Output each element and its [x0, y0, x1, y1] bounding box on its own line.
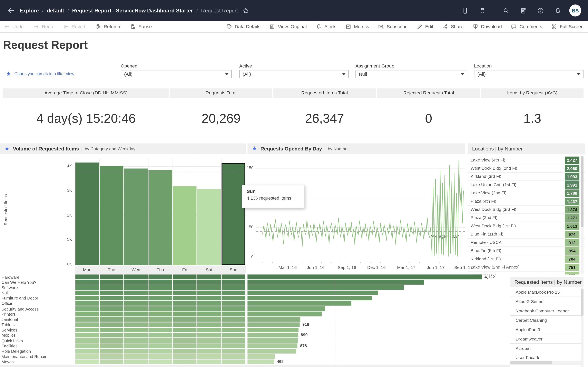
matrix-cell[interactable]	[222, 322, 245, 327]
matrix-cell[interactable]	[75, 338, 99, 343]
bar-fri[interactable]	[173, 186, 197, 265]
matrix-cell[interactable]	[148, 275, 172, 279]
total-bar-office[interactable]	[247, 301, 351, 306]
total-bar-null[interactable]	[247, 290, 378, 295]
matrix-cell[interactable]	[148, 296, 172, 300]
filter-dropdown-assignment-group[interactable]: Null	[355, 70, 467, 78]
total-bar-mobiles[interactable]	[247, 333, 298, 338]
x-tick-label[interactable]: Sun	[221, 267, 246, 272]
avatar[interactable]: BS	[569, 4, 581, 17]
line-series[interactable]	[256, 159, 465, 264]
matrix-cell[interactable]	[148, 290, 172, 295]
total-bar-furniture-and-decor[interactable]	[247, 296, 372, 300]
matrix-cell[interactable]	[124, 301, 148, 306]
total-bar-printers[interactable]	[247, 312, 322, 317]
matrix-cell[interactable]	[197, 312, 221, 317]
location-row[interactable]: Kirkland (3rd Fl)1,993	[467, 173, 585, 181]
matrix-cell[interactable]	[124, 296, 148, 300]
matrix-cell[interactable]	[75, 301, 99, 306]
data-details-button[interactable]: Data Details	[226, 24, 260, 30]
matrix-cell[interactable]	[75, 343, 99, 348]
total-bar-tablets[interactable]	[247, 322, 300, 327]
matrix-cell[interactable]	[100, 290, 123, 295]
total-bar-software[interactable]	[247, 285, 404, 290]
requested-item-row[interactable]: Asus G Series	[510, 297, 581, 307]
matrix-cell[interactable]	[173, 285, 197, 290]
requested-item-row[interactable]: Acrobat	[510, 344, 581, 353]
matrix-cell[interactable]	[173, 275, 197, 279]
matrix-cell[interactable]	[197, 322, 221, 327]
total-bar-security-and-access[interactable]	[247, 307, 325, 311]
subscribe-button[interactable]: Subscribe	[378, 24, 407, 30]
breadcrumb-item[interactable]: default	[47, 8, 64, 13]
matrix-cell[interactable]	[173, 280, 197, 284]
undo-button[interactable]: Undo	[4, 24, 24, 30]
matrix-cell[interactable]	[173, 307, 197, 311]
metrics-button[interactable]: Metrics	[346, 24, 369, 30]
matrix-cell[interactable]	[75, 312, 99, 317]
matrix-cell[interactable]	[75, 285, 99, 290]
refresh-button[interactable]: Refresh	[95, 24, 120, 30]
bar-mon[interactable]	[75, 162, 99, 265]
matrix-cell[interactable]	[222, 354, 245, 359]
matrix-cell[interactable]	[75, 322, 99, 327]
matrix-cell[interactable]	[124, 328, 148, 332]
scrollbar-thumb[interactable]	[510, 361, 553, 365]
full-screen-button[interactable]: Full Screen	[551, 24, 584, 30]
x-tick-label[interactable]: Sat	[197, 267, 221, 272]
total-bar-moves[interactable]	[247, 359, 274, 364]
matrix-cell[interactable]	[75, 317, 99, 322]
matrix-cell[interactable]	[173, 317, 197, 322]
matrix-cell[interactable]	[124, 312, 148, 317]
matrix-cell[interactable]	[222, 290, 245, 295]
x-tick-label[interactable]: Thu	[148, 267, 173, 272]
breadcrumb-item[interactable]: Request Report - ServiceNow Dashboard St…	[72, 8, 193, 13]
matrix-cell[interactable]	[197, 317, 221, 322]
notifications-icon[interactable]	[552, 5, 563, 16]
matrix-cell[interactable]	[173, 333, 197, 338]
matrix-cell[interactable]	[148, 312, 172, 317]
matrix-cell[interactable]	[124, 333, 148, 338]
matrix-cell[interactable]	[100, 280, 123, 284]
matrix-cell[interactable]	[75, 290, 99, 295]
location-row[interactable]: Lake Union Cntr (1st Fl)1,991	[467, 181, 585, 189]
matrix-cell[interactable]	[148, 317, 172, 322]
edit-button[interactable]: Edit	[416, 24, 433, 30]
matrix-cell[interactable]	[100, 333, 123, 338]
matrix-cell[interactable]	[124, 307, 148, 311]
matrix-cell[interactable]	[197, 333, 221, 338]
matrix-cell[interactable]	[173, 354, 197, 359]
matrix-cell[interactable]	[197, 343, 221, 348]
requested-item-row[interactable]: Apple iPad 3	[510, 325, 581, 334]
bar-sun[interactable]	[222, 163, 245, 265]
matrix-cell[interactable]	[124, 317, 148, 322]
matrix-cell[interactable]	[100, 275, 123, 279]
matrix-cell[interactable]	[173, 296, 197, 300]
location-row[interactable]: West Dock Bldg (2nd Fl)2,060	[467, 164, 585, 173]
matrix-cell[interactable]	[124, 275, 148, 279]
matrix-cell[interactable]	[100, 312, 123, 317]
matrix-cell[interactable]	[100, 307, 123, 311]
matrix-cell[interactable]	[148, 301, 172, 306]
bar-thu[interactable]	[148, 170, 172, 265]
share-button[interactable]: Share	[442, 24, 463, 30]
matrix-cell[interactable]	[75, 296, 99, 300]
back-icon[interactable]	[5, 5, 17, 16]
star-outline-icon[interactable]	[242, 7, 249, 14]
matrix-cell[interactable]	[75, 275, 99, 279]
location-row[interactable]: Blue Fin (11th Fl)974	[467, 230, 585, 239]
matrix-cell[interactable]	[173, 328, 197, 332]
matrix-cell[interactable]	[197, 296, 221, 300]
matrix-cell[interactable]	[124, 354, 148, 359]
pause-button[interactable]: Pause	[130, 24, 152, 30]
matrix-cell[interactable]	[124, 280, 148, 284]
total-bar-facilities[interactable]	[247, 343, 297, 348]
matrix-cell[interactable]	[222, 285, 245, 290]
data-source-icon[interactable]	[476, 5, 488, 16]
matrix-cell[interactable]	[100, 359, 123, 364]
matrix-cell[interactable]	[124, 338, 148, 343]
matrix-cell[interactable]	[222, 349, 245, 354]
search-icon[interactable]	[500, 5, 511, 16]
scrollbar-thumb[interactable]	[581, 289, 584, 316]
matrix-cell[interactable]	[100, 338, 123, 343]
